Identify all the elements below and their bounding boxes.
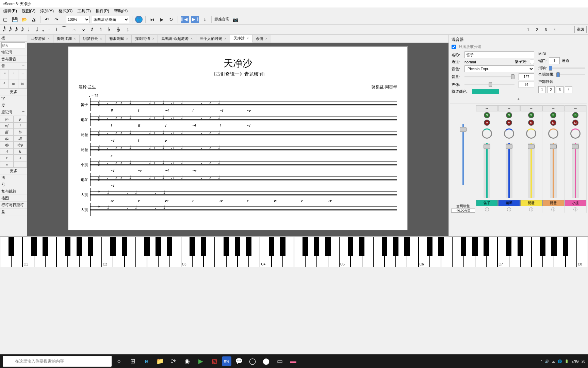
- pan-slider[interactable]: [464, 84, 514, 85]
- track-info-icon[interactable]: ⓘ: [573, 207, 577, 213]
- taskbar-search-input[interactable]: [3, 356, 112, 367]
- dynamic-s[interactable]: s: [14, 155, 27, 161]
- volume-icon[interactable]: 🔊: [545, 359, 549, 363]
- solo-button[interactable]: S: [550, 112, 556, 118]
- note-quarter[interactable]: ♩: [26, 26, 31, 33]
- tab-御剑江湖[interactable]: 御剑江湖×: [53, 35, 80, 43]
- track-expand-icon[interactable]: →: [565, 105, 586, 111]
- track-info-icon[interactable]: ⓘ: [485, 207, 489, 213]
- staff-大提[interactable]: 大提𝄢 ♩ — ♩ ♩ — ♩ ♩ —: [79, 203, 397, 216]
- black-key[interactable]: [484, 237, 489, 256]
- marker-end-icon[interactable]: ►⦀: [191, 16, 199, 23]
- black-key[interactable]: [280, 237, 285, 256]
- global-gain-input[interactable]: [451, 209, 475, 213]
- pdf-icon[interactable]: ▧: [208, 355, 220, 367]
- app-icon-4[interactable]: ▬: [287, 355, 299, 367]
- menu-plugins[interactable]: 插件(P): [94, 7, 111, 14]
- tab-余情[interactable]: 余情×: [252, 35, 271, 43]
- palette-search-input[interactable]: [1, 42, 25, 48]
- staff-钢琴[interactable]: 钢琴𝄞 ♩ ♪♪ ♩ — ♩♪ ♩ ♫ ♩ — ♩ ♪ ♩ffffmffmf: [79, 113, 397, 126]
- black-key[interactable]: [438, 237, 444, 256]
- reverb-slider[interactable]: [549, 67, 585, 69]
- note-32nd[interactable]: 𝅘𝅥𝅰: [7, 27, 10, 33]
- black-key[interactable]: [201, 237, 206, 256]
- app-icon-3[interactable]: ▭: [274, 355, 286, 367]
- metronome-icon[interactable]: ↕: [201, 16, 209, 23]
- open-icon[interactable]: 📂: [20, 16, 28, 23]
- black-key[interactable]: [110, 237, 116, 256]
- rest-icon[interactable]: 𝄽: [54, 27, 57, 33]
- dynamic-sff[interactable]: sff: [14, 135, 27, 142]
- black-key[interactable]: [382, 237, 387, 256]
- black-key[interactable]: [156, 237, 161, 256]
- staff-琵琶[interactable]: 琵琶𝄞 ♩ ♪♪ ♩ — ♩♪ ♩ ♫ ♩ — ♩ ♪ ♩p: [79, 143, 397, 156]
- fader[interactable]: [484, 143, 490, 198]
- menu-edit[interactable]: 编辑(E): [1, 7, 19, 14]
- dynamic-f[interactable]: f: [14, 122, 27, 129]
- note-64th[interactable]: 𝅘𝅥𝅱: [1, 27, 4, 33]
- tab-织梦行云[interactable]: 织梦行云×: [80, 35, 106, 43]
- only-play-checkbox[interactable]: [452, 45, 456, 49]
- chorus-slider[interactable]: [556, 74, 585, 75]
- palette-section[interactable]: 行符与行距符: [0, 202, 27, 209]
- pan-knob[interactable]: [482, 128, 492, 139]
- black-key[interactable]: [393, 237, 398, 256]
- musescore-icon[interactable]: mє: [222, 356, 231, 366]
- tab-close-icon[interactable]: ×: [100, 37, 102, 41]
- black-key[interactable]: [144, 237, 150, 256]
- black-key[interactable]: [122, 237, 127, 256]
- pan-knob[interactable]: [570, 128, 581, 139]
- fader[interactable]: [528, 143, 535, 198]
- tab-close-icon[interactable]: ×: [48, 37, 50, 41]
- palette-section[interactable]: 音⋯: [0, 63, 27, 70]
- tremolo-6[interactable]: ≋: [18, 79, 27, 89]
- tremolo-2[interactable]: 𝆫: [9, 70, 18, 79]
- track-expand-icon[interactable]: →: [520, 105, 542, 111]
- dynamic-pp[interactable]: pp: [0, 116, 14, 122]
- staff-笛子[interactable]: 笛子𝄞 ♩ ♪♪ ♩ — ♩♪ ♩ ♫ ♩ — ♩ ♪ ♩fffmffmfmp: [79, 98, 397, 111]
- tab-close-icon[interactable]: ×: [74, 37, 76, 41]
- dynamic-sfz[interactable]: sfz: [0, 135, 14, 142]
- natural-icon[interactable]: ♮: [98, 26, 103, 33]
- tab-回梦游仙[interactable]: 回梦游仙×: [27, 35, 53, 43]
- black-key[interactable]: [427, 237, 432, 256]
- palette-section[interactable]: 格图: [0, 195, 27, 202]
- tab-close-icon[interactable]: ×: [126, 37, 128, 41]
- black-key[interactable]: [190, 237, 195, 256]
- tab-close-icon[interactable]: ×: [265, 37, 267, 41]
- zoom-select[interactable]: 100%: [66, 16, 90, 23]
- black-key[interactable]: [563, 237, 568, 256]
- page-mode-select[interactable]: 纵向滚动页面: [92, 16, 129, 23]
- fader[interactable]: [572, 143, 579, 198]
- black-key[interactable]: [88, 237, 93, 256]
- palette-section[interactable]: 法: [0, 174, 27, 181]
- play-icon[interactable]: ▶: [195, 355, 207, 367]
- palette-section[interactable]: 性记号: [0, 49, 27, 56]
- mute-btn-1[interactable]: 1: [538, 86, 546, 93]
- marker-start-icon[interactable]: ⦀◄: [181, 16, 189, 23]
- tremolo-3[interactable]: 𝆬: [18, 70, 27, 79]
- dynamic-sfpp[interactable]: sfpp: [14, 142, 27, 148]
- palette-section[interactable]: 复与跳转: [0, 188, 27, 195]
- dynamic-fp[interactable]: fp: [14, 129, 27, 135]
- dynamic-r[interactable]: r: [0, 155, 14, 161]
- palette-section[interactable]: 字: [0, 95, 27, 102]
- solo-button[interactable]: S: [528, 112, 534, 118]
- black-key[interactable]: [9, 237, 14, 256]
- note-whole[interactable]: 𝅝: [41, 27, 44, 33]
- black-key[interactable]: [506, 237, 511, 256]
- network-icon[interactable]: 🌐: [558, 359, 562, 363]
- note-8th[interactable]: 𝅘𝅥𝅮: [20, 27, 22, 33]
- black-key[interactable]: [31, 237, 37, 256]
- tab-苍浪剑赋[interactable]: 苍浪剑赋×: [106, 35, 132, 43]
- tab-close-icon[interactable]: ×: [191, 37, 193, 41]
- globe-icon[interactable]: 🌐: [135, 16, 143, 23]
- sharp-icon[interactable]: ♯: [89, 26, 95, 33]
- mute-button[interactable]: M: [550, 120, 556, 126]
- black-key[interactable]: [325, 237, 331, 256]
- black-key[interactable]: [65, 237, 70, 256]
- mute-button[interactable]: M: [528, 120, 534, 126]
- black-key[interactable]: [404, 237, 410, 256]
- app-icon-2[interactable]: ⬤: [260, 355, 272, 367]
- dynamic-sfp[interactable]: sfp: [0, 142, 14, 148]
